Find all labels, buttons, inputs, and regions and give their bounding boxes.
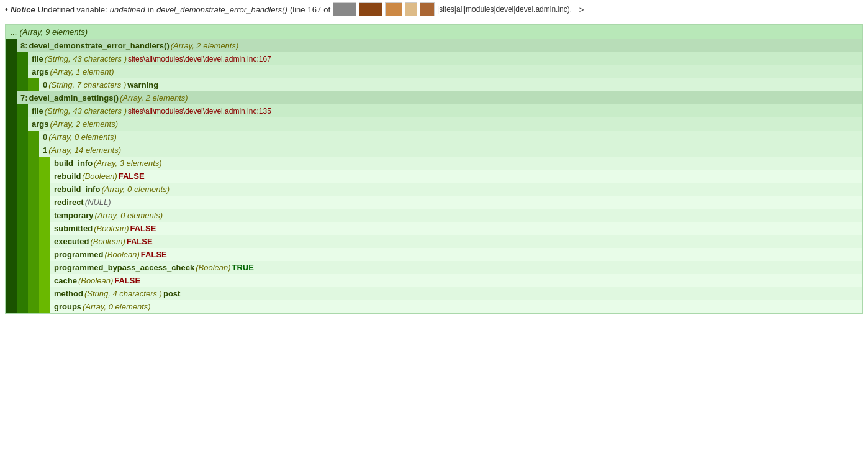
tree-container: ... (Array, 9 elements) 8: devel_demonst… bbox=[5, 24, 863, 314]
depth-bars-2b bbox=[6, 131, 39, 144]
value-executed: FALSE bbox=[127, 237, 153, 246]
type-executed: (Boolean) bbox=[90, 237, 125, 246]
row-0-array: 0 (Array, 0 elements) bbox=[6, 131, 862, 144]
row-args-8: args (Array, 1 element) bbox=[6, 65, 862, 78]
key-file-7: file bbox=[32, 106, 43, 116]
bar-d2 bbox=[28, 183, 39, 196]
bar-d1 bbox=[17, 117, 28, 131]
notice-in: in bbox=[148, 5, 154, 14]
row-0-warning: 0 (String, 7 characters ) warning bbox=[6, 78, 862, 91]
type-1-arr: (Array, 14 elements) bbox=[48, 145, 121, 155]
bar-d1 bbox=[17, 52, 28, 65]
bar-d3 bbox=[39, 196, 50, 209]
ellipsis-row: ... (Array, 9 elements) bbox=[6, 25, 862, 39]
color-swatch-5 bbox=[420, 2, 435, 16]
bar-d1 bbox=[17, 196, 28, 209]
bar-d1 bbox=[17, 183, 28, 196]
row-build-info-inner: build_info (Array, 3 elements) bbox=[50, 157, 862, 170]
row-file-8-inner: file (String, 43 characters ) sites\all\… bbox=[28, 52, 862, 65]
key-1-arr: 1 bbox=[43, 145, 47, 155]
notice-description: Undefined variable: bbox=[38, 5, 107, 14]
type-temporary: (Array, 0 elements) bbox=[95, 211, 163, 220]
type-args-7: (Array, 2 elements) bbox=[50, 119, 118, 129]
key-programmed-bypass: programmed_bypass_access_check bbox=[54, 263, 194, 272]
key-rebuild: rebuild bbox=[54, 172, 81, 181]
bar-d1 bbox=[17, 274, 28, 287]
row-programmed-bypass-inner: programmed_bypass_access_check (Boolean)… bbox=[50, 261, 862, 274]
bar-d2 bbox=[28, 222, 39, 235]
bar-d3 bbox=[39, 300, 50, 313]
row-method-inner: method (String, 4 characters ) post bbox=[50, 287, 862, 300]
bar-d0 bbox=[6, 157, 17, 170]
bar-d2 bbox=[28, 157, 39, 170]
row-programmed-bypass: programmed_bypass_access_check (Boolean)… bbox=[6, 261, 862, 274]
bar-d0 bbox=[6, 144, 17, 157]
bar-d3 bbox=[39, 157, 50, 170]
bar-d2 bbox=[28, 235, 39, 248]
key-file-8: file bbox=[32, 54, 43, 63]
bar-d2 bbox=[28, 248, 39, 261]
row-executed-inner: executed (Boolean) FALSE bbox=[50, 235, 862, 248]
key-submitted: submitted bbox=[54, 224, 93, 233]
bar-d1 bbox=[17, 144, 28, 157]
key-programmed: programmed bbox=[54, 250, 103, 259]
notice-of: of bbox=[323, 5, 330, 14]
depth-bars-1b bbox=[6, 65, 28, 78]
bar-d1 bbox=[17, 222, 28, 235]
notice-bullet: • bbox=[5, 4, 8, 14]
row-groups-inner: groups (Array, 0 elements) bbox=[50, 300, 862, 313]
row-7-header: 7: devel_admin_settings() (Array, 2 elem… bbox=[6, 91, 862, 104]
value-file-7: sites\all\modules\devel\devel.admin.inc:… bbox=[128, 107, 271, 116]
depth-bars-2a bbox=[6, 78, 39, 91]
key-executed: executed bbox=[54, 237, 89, 246]
bar-d2 bbox=[28, 300, 39, 313]
bar-d1 bbox=[17, 287, 28, 300]
row-executed: executed (Boolean) FALSE bbox=[6, 235, 862, 248]
row-rebuild-inner: rebuild (Boolean) FALSE bbox=[50, 170, 862, 183]
bar-d1 bbox=[17, 157, 28, 170]
depth-bars-3e bbox=[6, 209, 50, 222]
key-cache: cache bbox=[54, 276, 77, 285]
bar-d3 bbox=[39, 170, 50, 183]
type-cache: (Boolean) bbox=[78, 276, 113, 285]
bar-d0 bbox=[6, 287, 17, 300]
type-rebuild-info: (Array, 0 elements) bbox=[101, 185, 170, 194]
row-file-7: file (String, 43 characters ) sites\all\… bbox=[6, 104, 862, 117]
row-file-8: file (String, 43 characters ) sites\all\… bbox=[6, 52, 862, 65]
type-8: (Array, 2 elements) bbox=[171, 41, 239, 50]
bar-d2 bbox=[28, 261, 39, 274]
type-groups: (Array, 0 elements) bbox=[83, 302, 151, 311]
bar-d2 bbox=[28, 209, 39, 222]
type-submitted: (Boolean) bbox=[94, 224, 129, 233]
depth-bars-1c bbox=[6, 104, 28, 117]
type-file-8: (String, 43 characters ) bbox=[45, 54, 127, 63]
bar-d0 bbox=[6, 274, 17, 287]
bar-d1 bbox=[17, 65, 28, 78]
main-content: ... (Array, 9 elements) 8: devel_demonst… bbox=[0, 19, 868, 319]
row-programmed-inner: programmed (Boolean) FALSE bbox=[50, 248, 862, 261]
row-cache-inner: cache (Boolean) FALSE bbox=[50, 274, 862, 287]
bar-d2 bbox=[28, 131, 39, 144]
row-redirect-inner: redirect (NULL) bbox=[50, 196, 862, 209]
value-0-warn: warning bbox=[127, 80, 158, 89]
value-cache: FALSE bbox=[114, 276, 140, 285]
bar-d2 bbox=[28, 78, 39, 91]
bar-d2 bbox=[28, 144, 39, 157]
bar-d2 bbox=[28, 170, 39, 183]
notice-variable: undefined bbox=[110, 5, 145, 14]
depth-bars-3j bbox=[6, 274, 50, 287]
bar-d1 bbox=[17, 78, 28, 91]
type-build-info: (Array, 3 elements) bbox=[94, 158, 162, 168]
bar-d3 bbox=[39, 209, 50, 222]
row-7-inner: 7: devel_admin_settings() (Array, 2 elem… bbox=[17, 91, 862, 104]
row-programmed: programmed (Boolean) FALSE bbox=[6, 248, 862, 261]
depth-bars-3k bbox=[6, 287, 50, 300]
bar-d0 bbox=[6, 170, 17, 183]
bar-d0 bbox=[6, 39, 17, 52]
depth-bars-3g bbox=[6, 235, 50, 248]
bar-d3 bbox=[39, 287, 50, 300]
type-rebuild: (Boolean) bbox=[82, 172, 117, 181]
color-swatch-1 bbox=[333, 2, 356, 16]
bar-d0 bbox=[6, 52, 17, 65]
type-0-warn: (String, 7 characters ) bbox=[48, 80, 126, 89]
